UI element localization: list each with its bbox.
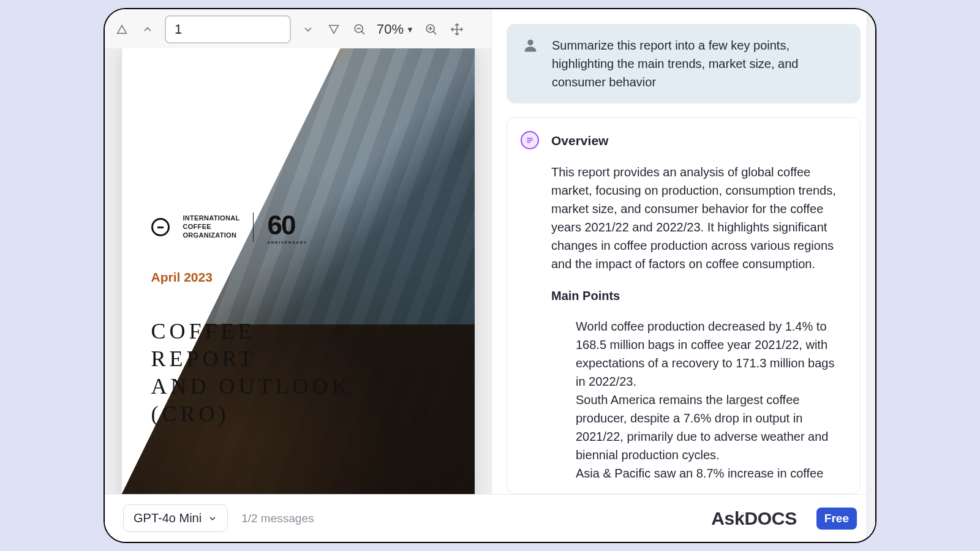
page-number-input[interactable] <box>165 15 291 43</box>
cover-org-line1: INTERNATIONAL <box>183 214 240 223</box>
chat-pane: Summarize this report into a few key poi… <box>492 9 875 494</box>
model-select-dropdown[interactable]: GPT-4o Mini <box>123 504 228 532</box>
user-message-text: Summarize this report into a few key poi… <box>552 36 846 91</box>
user-avatar-icon <box>521 36 540 54</box>
message-counter: 1/2 messages <box>241 512 314 525</box>
user-message-bubble: Summarize this report into a few key poi… <box>507 24 861 103</box>
chevron-down-icon: ▼ <box>406 25 414 34</box>
app-window: 70% ▼ <box>104 8 876 543</box>
pan-move-icon[interactable] <box>448 21 466 38</box>
ai-avatar-icon <box>521 131 539 149</box>
svg-line-6 <box>433 31 436 34</box>
cover-title: COFFEE REPORT AND OUTLOOK (CRO) <box>151 318 360 428</box>
svg-point-11 <box>527 40 533 45</box>
ai-mainpoints-heading: Main Points <box>551 287 843 305</box>
ai-point: South America remains the largest coffee… <box>551 391 843 464</box>
cover-anniversary-number: 60 <box>267 210 295 240</box>
ai-point: Asia & Pacific saw an 8.7% increase in c… <box>551 464 843 481</box>
cover-date: April 2023 <box>151 270 360 285</box>
cover-logo-row: INTERNATIONAL COFFEE ORGANIZATION 60 ANN… <box>151 210 360 244</box>
brand-logo: AskDOCS <box>711 508 797 529</box>
document-page: INTERNATIONAL COFFEE ORGANIZATION 60 ANN… <box>122 48 475 494</box>
messages-total: 2 <box>251 512 258 525</box>
ai-message-body: Overview This report provides an analysi… <box>551 131 843 480</box>
cover-title-line1: COFFEE REPORT <box>151 318 360 373</box>
svg-line-3 <box>361 31 364 34</box>
document-viewport[interactable]: INTERNATIONAL COFFEE ORGANIZATION 60 ANN… <box>105 48 491 494</box>
next-page-icon[interactable] <box>300 21 317 38</box>
cover-content: INTERNATIONAL COFFEE ORGANIZATION 60 ANN… <box>151 210 360 428</box>
ai-overview-text: This report provides an analysis of glob… <box>551 163 843 273</box>
cover-logo-divider <box>253 212 254 242</box>
last-page-icon[interactable] <box>325 21 342 38</box>
ai-overview-heading: Overview <box>551 131 843 151</box>
first-page-icon[interactable] <box>113 21 130 38</box>
brand-bold: DOCS <box>744 508 796 528</box>
cover-org-name: INTERNATIONAL COFFEE ORGANIZATION <box>183 214 240 239</box>
messages-used: 1 <box>241 512 248 525</box>
ai-point: World coffee production decreased by 1.4… <box>551 317 843 391</box>
svg-marker-1 <box>330 26 339 34</box>
messages-suffix: messages <box>258 512 314 525</box>
ai-message-bubble: Overview This report provides an analysi… <box>507 117 861 494</box>
model-select-label: GPT-4o Mini <box>134 511 202 525</box>
ico-logo-icon <box>151 218 170 236</box>
footer-bar: GPT-4o Mini 1/2 messages AskDOCS Free <box>105 494 875 542</box>
zoom-in-icon[interactable] <box>423 21 440 38</box>
svg-marker-0 <box>118 26 127 34</box>
prev-page-icon[interactable] <box>139 21 156 38</box>
zoom-out-icon[interactable] <box>351 21 368 38</box>
chevron-down-icon <box>208 514 217 523</box>
cover-org-line3: ORGANIZATION <box>183 231 240 240</box>
zoom-level-select[interactable]: 70% ▼ <box>377 21 414 37</box>
brand-prefix: Ask <box>711 508 744 528</box>
cover-org-line2: COFFEE <box>183 223 240 231</box>
cover-title-line3: (CRO) <box>151 400 360 428</box>
cover-anniversary-logo: 60 ANNIVERSARY <box>267 210 307 244</box>
plan-badge: Free <box>816 508 857 530</box>
document-pane: 70% ▼ <box>105 9 492 494</box>
cover-title-line2: AND OUTLOOK <box>151 373 360 400</box>
cover-anniversary-caption: ANNIVERSARY <box>267 241 307 244</box>
document-toolbar: 70% ▼ <box>105 9 491 48</box>
main-row: 70% ▼ <box>105 9 875 494</box>
zoom-level-value: 70% <box>377 21 404 37</box>
